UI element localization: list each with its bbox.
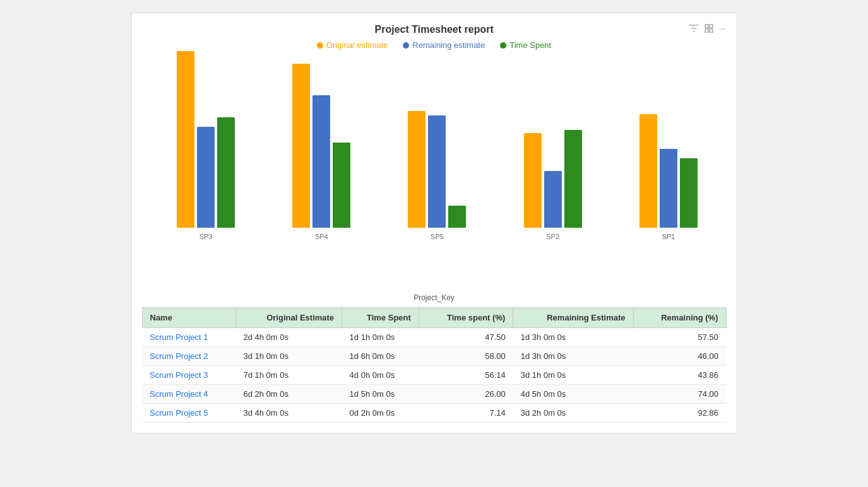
legend-dot-original (317, 42, 323, 49)
expand-icon[interactable] (704, 23, 714, 35)
table-header-4: Remaining Estimate (513, 308, 633, 328)
filter-icon[interactable] (689, 23, 699, 35)
report-header: Project Timesheet report ··· (142, 23, 727, 35)
svg-rect-1 (710, 25, 713, 28)
table-cell-r2-c0: Scrum Project 3 (142, 366, 235, 385)
bar-remaining-SP4 (312, 95, 330, 228)
bar-spent-SP4 (333, 143, 350, 228)
table-cell-r4-c0: Scrum Project 5 (142, 404, 235, 423)
table-cell-r0-c4: 1d 3h 0m 0s (513, 328, 633, 347)
table-row: Scrum Project 12d 4h 0m 0s1d 1h 0m 0s47.… (142, 328, 726, 347)
bars-SP1 (639, 114, 698, 228)
bar-key-label-SP4: SP4 (315, 233, 328, 240)
report-container: Project Timesheet report ··· Original es… (131, 13, 737, 433)
table-header-1: Original Estimate (235, 308, 342, 328)
legend-label-original: Original estimate (326, 40, 388, 50)
bar-spent-SP1 (680, 158, 698, 228)
table-cell-r0-c1: 2d 4h 0m 0s (235, 328, 342, 347)
table-cell-r2-c1: 7d 1h 0m 0s (235, 366, 342, 385)
legend-label-spent: Time Spent (509, 40, 551, 50)
table-cell-r3-c4: 4d 5h 0m 0s (513, 385, 633, 404)
table-header-5: Remaining (%) (633, 308, 726, 328)
bars-SP3 (177, 51, 235, 228)
table-row: Scrum Project 23d 1h 0m 0s1d 6h 0m 0s58.… (142, 347, 726, 366)
bars-SP5 (408, 111, 466, 228)
svg-rect-3 (710, 29, 713, 32)
table-cell-r2-c2: 4d 0h 0m 0s (342, 366, 419, 385)
table-cell-r0-c0: Scrum Project 1 (142, 328, 235, 347)
legend-label-remaining: Remaining estimate (412, 40, 485, 50)
table-cell-r1-c0: Scrum Project 2 (142, 347, 235, 366)
legend-dot-spent (500, 42, 506, 49)
bars-SP4 (292, 64, 350, 228)
legend-item-spent: Time Spent (500, 40, 551, 50)
bar-original-SP4 (292, 64, 310, 228)
table-cell-r4-c4: 3d 2h 0m 0s (513, 404, 633, 423)
bar-remaining-SP3 (197, 127, 215, 228)
table-cell-r2-c5: 43.86 (633, 366, 726, 385)
bar-original-SP1 (639, 114, 657, 228)
bar-key-label-SP5: SP5 (431, 233, 444, 240)
table-header-2: Time Spent (342, 308, 419, 328)
report-icons: ··· (689, 23, 727, 35)
table-header-0: Name (142, 308, 235, 328)
bar-original-SP3 (177, 51, 194, 228)
x-axis-label: Project_Key (142, 293, 727, 302)
bar-remaining-SP1 (660, 149, 677, 228)
table-cell-r3-c1: 6d 2h 0m 0s (235, 385, 342, 404)
table-cell-r1-c1: 3d 1h 0m 0s (235, 347, 342, 366)
report-title: Project Timesheet report (180, 24, 689, 35)
table-cell-r2-c4: 3d 1h 0m 0s (513, 366, 633, 385)
bar-spent-SP5 (448, 206, 466, 228)
bar-key-label-SP1: SP1 (662, 233, 675, 240)
table-cell-r1-c3: 58.00 (419, 347, 513, 366)
bar-group-SP4: SP4 (292, 64, 350, 240)
bar-group-SP3: SP3 (177, 51, 235, 240)
svg-rect-0 (705, 25, 708, 28)
bar-group-SP5: SP5 (408, 111, 466, 240)
table-row: Scrum Project 37d 1h 0m 0s4d 0h 0m 0s56.… (142, 366, 726, 385)
table-cell-r1-c2: 1d 6h 0m 0s (342, 347, 419, 366)
table-cell-r3-c3: 26.00 (419, 385, 513, 404)
table-header-3: Time spent (%) (419, 308, 513, 328)
table-cell-r4-c2: 0d 2h 0m 0s (342, 404, 419, 423)
bar-key-label-SP3: SP3 (199, 233, 213, 240)
bar-original-SP2 (524, 133, 542, 228)
table-cell-r4-c3: 7.14 (419, 404, 513, 423)
bar-remaining-SP5 (428, 115, 446, 228)
table-cell-r0-c2: 1d 1h 0m 0s (342, 328, 419, 347)
bar-chart: SP3SP4SP5SP2SP1 (148, 57, 727, 259)
bar-remaining-SP2 (544, 171, 562, 228)
bar-group-SP2: SP2 (524, 130, 582, 240)
bar-original-SP5 (408, 111, 425, 228)
table-cell-r4-c5: 92.86 (633, 404, 726, 423)
table-cell-r4-c1: 3d 4h 0m 0s (235, 404, 342, 423)
bar-key-label-SP2: SP2 (546, 233, 559, 240)
table-cell-r3-c0: Scrum Project 4 (142, 385, 235, 404)
data-table: NameOriginal EstimateTime SpentTime spen… (142, 307, 727, 423)
legend-dot-remaining (403, 42, 409, 49)
table-cell-r0-c5: 57.50 (633, 328, 726, 347)
more-options-icon[interactable]: ··· (719, 23, 727, 35)
table-cell-r1-c4: 1d 3h 0m 0s (513, 347, 633, 366)
bar-spent-SP2 (564, 130, 582, 228)
table-row: Scrum Project 53d 4h 0m 0s0d 2h 0m 0s7.1… (142, 404, 726, 423)
svg-rect-2 (705, 29, 708, 32)
chart-legend: Original estimate Remaining estimate Tim… (142, 40, 727, 50)
bar-group-SP1: SP1 (639, 114, 698, 240)
chart-area: SP3SP4SP5SP2SP1 (142, 57, 727, 291)
table-row: Scrum Project 46d 2h 0m 0s1d 5h 0m 0s26.… (142, 385, 726, 404)
bars-SP2 (524, 130, 582, 228)
table-cell-r1-c5: 46.00 (633, 347, 726, 366)
legend-item-remaining: Remaining estimate (403, 40, 485, 50)
table-cell-r3-c5: 74.00 (633, 385, 726, 404)
table-cell-r3-c2: 1d 5h 0m 0s (342, 385, 419, 404)
table-cell-r0-c3: 47.50 (419, 328, 513, 347)
table-cell-r2-c3: 56.14 (419, 366, 513, 385)
bar-spent-SP3 (217, 117, 235, 228)
legend-item-original: Original estimate (317, 40, 388, 50)
